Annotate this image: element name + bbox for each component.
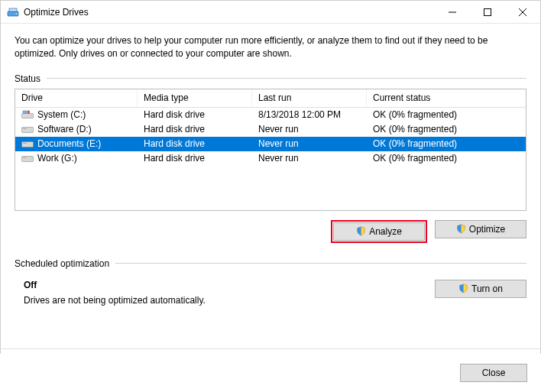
- col-media[interactable]: Media type: [138, 89, 252, 107]
- svg-point-7: [31, 115, 32, 117]
- drive-lastrun: Never run: [252, 138, 367, 149]
- svg-rect-6: [28, 111, 30, 114]
- drive-media: Hard disk drive: [138, 138, 252, 149]
- sched-label-text: Scheduled optimization: [15, 258, 115, 269]
- svg-rect-1: [9, 8, 17, 11]
- drive-name: System (C:): [37, 109, 86, 120]
- drive-icon: [21, 125, 34, 134]
- drive-status: OK (0% fragmented): [367, 109, 526, 120]
- drive-name: Work (G:): [37, 153, 77, 164]
- drives-list[interactable]: Drive Media type Last run Current status…: [15, 89, 526, 211]
- footer: Close: [0, 354, 541, 392]
- minimize-button[interactable]: [435, 1, 470, 24]
- shield-icon: [356, 226, 366, 236]
- drives-list-header: Drive Media type Last run Current status: [15, 89, 526, 108]
- drive-status: OK (0% fragmented): [367, 153, 526, 164]
- drive-lastrun: Never run: [252, 124, 367, 134]
- sched-status: Off: [24, 280, 435, 290]
- status-label-text: Status: [15, 73, 47, 84]
- maximize-button[interactable]: [470, 1, 505, 24]
- status-section-label: Status: [15, 73, 526, 84]
- table-row[interactable]: Software (D:)Hard disk driveNever runOK …: [15, 122, 526, 137]
- drive-status: OK (0% fragmented): [367, 124, 526, 134]
- drive-icon: [21, 110, 34, 119]
- svg-point-15: [31, 158, 32, 160]
- drive-media: Hard disk drive: [138, 109, 252, 120]
- sched-desc: Drives are not being optimized automatic…: [24, 295, 435, 306]
- col-status[interactable]: Current status: [367, 89, 526, 107]
- svg-point-12: [31, 144, 32, 145]
- col-drive[interactable]: Drive: [15, 89, 138, 107]
- close-window-button[interactable]: [505, 1, 540, 24]
- close-label: Close: [482, 368, 506, 378]
- titlebar: Optimize Drives: [1, 1, 540, 24]
- col-lastrun[interactable]: Last run: [252, 89, 367, 107]
- analyze-highlight: Analyze: [331, 220, 427, 243]
- shield-icon: [456, 224, 466, 234]
- drive-icon: [21, 154, 34, 163]
- drive-media: Hard disk drive: [138, 153, 252, 164]
- svg-rect-10: [23, 128, 27, 129]
- svg-rect-5: [23, 111, 27, 114]
- drive-icon: [21, 139, 34, 148]
- svg-rect-3: [484, 8, 491, 15]
- drive-lastrun: Never run: [252, 153, 367, 164]
- svg-point-9: [31, 129, 32, 131]
- footer-separator: [0, 348, 541, 349]
- table-row[interactable]: System (C:)Hard disk drive8/13/2018 12:0…: [15, 108, 526, 122]
- optimize-label: Optimize: [469, 224, 505, 235]
- window-title: Optimize Drives: [24, 7, 89, 18]
- turn-on-button[interactable]: Turn on: [435, 280, 526, 298]
- svg-rect-13: [23, 143, 27, 144]
- optimize-button[interactable]: Optimize: [435, 220, 526, 238]
- shield-icon: [458, 283, 468, 293]
- drive-status: OK (0% fragmented): [367, 138, 526, 149]
- sched-section-label: Scheduled optimization: [15, 258, 526, 269]
- app-icon: [7, 6, 19, 18]
- intro-text: You can optimize your drives to help you…: [15, 34, 526, 61]
- drive-lastrun: 8/13/2018 12:00 PM: [252, 109, 367, 120]
- svg-rect-16: [23, 157, 27, 158]
- svg-point-2: [16, 13, 18, 15]
- drive-media: Hard disk drive: [138, 124, 252, 134]
- analyze-button[interactable]: Analyze: [333, 222, 425, 241]
- table-row[interactable]: Work (G:)Hard disk driveNever runOK (0% …: [15, 151, 526, 166]
- drive-name: Software (D:): [37, 124, 92, 134]
- table-row[interactable]: Documents (E:)Hard disk driveNever runOK…: [15, 137, 526, 151]
- close-button[interactable]: Close: [460, 364, 527, 382]
- drive-name: Documents (E:): [37, 138, 101, 149]
- turn-on-label: Turn on: [471, 283, 503, 294]
- analyze-label: Analyze: [369, 226, 402, 237]
